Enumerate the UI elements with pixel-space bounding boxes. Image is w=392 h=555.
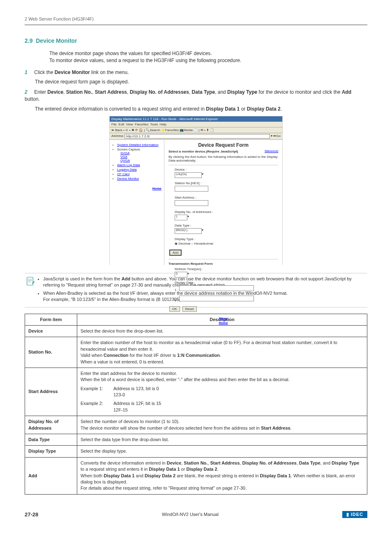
table-row-display-type: Display Type Select the display type.	[25, 446, 367, 457]
form-description-table: Form item Description Device Select the …	[25, 314, 367, 495]
menu-favorites[interactable]: Favorites	[135, 123, 148, 126]
dd2-label: 2 :	[175, 298, 178, 302]
add-description: By clicking the Add button, the followin…	[168, 155, 278, 162]
sidebar-home-link[interactable]: Home	[112, 187, 161, 190]
section-title: Device Monitor	[36, 37, 77, 44]
add-button[interactable]: Add	[169, 250, 182, 256]
dd1-label: 1 :	[175, 288, 178, 292]
sidebar-device-monitor[interactable]: Device Monitor	[117, 177, 139, 180]
row-station-desc: Enter the station number of the host to …	[77, 337, 367, 368]
display-type-decimal[interactable]: Decimal	[178, 242, 190, 245]
footer-title: WindO/I-NV2 User's Manual	[38, 512, 342, 517]
device-request-form-heading: Device Request Form	[168, 142, 278, 148]
sidebar-system-info[interactable]: System Detailed Information	[117, 143, 159, 147]
device-label: Device :	[175, 168, 278, 171]
display-data-1-input[interactable]	[179, 285, 254, 291]
step-2-number: 2	[25, 89, 33, 96]
breadcrumb: 2 Web Server Function (HG3F/4F)	[25, 16, 367, 21]
menurize-link[interactable]: [Menurize]	[265, 150, 278, 153]
main-content: Device Request Form [Menurize] Select a …	[164, 140, 282, 265]
device-select[interactable]: LHu(Ox)	[175, 172, 202, 178]
select-monitor-heading: Select a monitor device.(Require JavaScr…	[168, 150, 278, 153]
step-1: 1 Click the Device Monitor link on the m…	[25, 69, 367, 76]
page-number: 27-28	[25, 511, 38, 518]
step-1-text: Click the Device Monitor link on the men…	[34, 69, 129, 75]
footer-home-link[interactable]: Home	[169, 321, 277, 325]
menu-view[interactable]: View	[126, 123, 133, 126]
page-content: System Detailed Information Screen Captu…	[110, 140, 282, 265]
table-row-display-no: Display No. of Addresses Select the numb…	[25, 416, 367, 434]
note-icon	[25, 276, 37, 305]
step-2: 2 Enter Device, Station No., Start Addre…	[25, 89, 367, 103]
refresh-time-label: Refresh Time[sec] :	[175, 267, 278, 271]
step-2-text: Enter Device, Station No., Start Address…	[25, 89, 351, 102]
menu-help[interactable]: Help	[160, 123, 166, 126]
row-station-label: Station No.	[25, 337, 77, 368]
idec-logo: IDEC	[342, 511, 367, 518]
ok-button[interactable]: OK	[169, 306, 180, 312]
row-display-no-desc: Select the number of devices to monitor …	[77, 416, 367, 434]
address-label: Address	[111, 134, 123, 139]
browser-menubar: File Edit View Favorites Tools Help	[110, 122, 282, 127]
browser-screenshot: Display Maintenance 11.1 T 118 - Run Mod…	[109, 116, 283, 265]
row-device-label: Device	[25, 325, 77, 337]
menu-tools[interactable]: Tools	[150, 123, 158, 126]
row-data-type-desc: Select the data type from the drop-down …	[77, 434, 367, 446]
row-data-type-label: Data Type	[25, 434, 77, 446]
th-form-item: Form item	[25, 314, 77, 325]
row-start-address-label: Start Address	[25, 368, 77, 416]
menu-edit[interactable]: Edit	[118, 123, 124, 126]
media-button[interactable]: Media	[184, 128, 193, 132]
station-no-label: Station No.[HEX] :	[175, 181, 278, 185]
window-titlebar: Display Maintenance 11.1 T 118 - Run Mod…	[110, 116, 282, 122]
sidebar-screen-capture: Screen Capture	[117, 148, 140, 151]
sidebar-menu: System Detailed Information Screen Captu…	[110, 140, 164, 265]
step-1-sub: The device request form page is displaye…	[35, 79, 367, 85]
search-button[interactable]: Search	[150, 128, 160, 132]
sidebar-svga[interactable]: SVGA	[120, 151, 129, 155]
transmission-form-heading: Transmission Request Form	[168, 262, 278, 266]
table-row-device: Device Select the device from the drop-d…	[25, 325, 367, 337]
table-row-data-type: Data Type Select the data type from the …	[25, 434, 367, 446]
address-bar: Address http://10.1.7.2.0/ ▾ ➡Go	[110, 133, 282, 140]
favorites-button[interactable]: Favorites	[165, 128, 179, 132]
data-type-label: Data Type :	[175, 224, 278, 227]
browser-toolbar: ⬅ Back • ⊙ • ✖ ⟳ 🏠 | 🔍Search ⭐Favorites …	[110, 127, 282, 133]
footer-menu-link[interactable]: Menu	[169, 317, 277, 320]
row-display-no-label: Display No. of Addresses	[25, 416, 77, 434]
sidebar-alarm-log[interactable]: Alarm Log Data	[117, 163, 140, 167]
divider	[25, 25, 367, 25]
row-start-address-desc: Enter the start address for the device t…	[77, 368, 367, 416]
display-data-2-input[interactable]	[179, 296, 254, 301]
display-type-hexadecimal[interactable]: Hexadecimal	[194, 242, 213, 245]
row-display-type-label: Display Type	[25, 446, 77, 457]
row-device-desc: Select the device from the drop-down lis…	[77, 325, 367, 337]
refresh-time-select[interactable]: 0	[175, 272, 187, 278]
sidebar-qvga[interactable]: QVGA	[120, 159, 130, 162]
start-address-label: Start Address :	[175, 196, 278, 199]
sidebar-logging-data[interactable]: Logging Data	[117, 168, 137, 171]
data-type-select[interactable]: BIN16(+)	[175, 228, 202, 234]
display-no-label: Display No. of Addresses :	[175, 210, 278, 214]
sidebar-vga[interactable]: VGA	[120, 155, 127, 159]
table-row-add: Add Converts the device information ente…	[25, 457, 367, 494]
sidebar-cf-card[interactable]: CF Card	[117, 172, 129, 176]
step-1-number: 1	[25, 69, 33, 76]
go-button[interactable]: Go	[276, 134, 281, 139]
display-data-label: Display Data :	[175, 281, 278, 284]
row-add-desc: Converts the device information entered …	[77, 457, 367, 494]
menu-file[interactable]: File	[111, 123, 117, 126]
page-footer: 27-28 WindO/I-NV2 User's Manual IDEC	[25, 511, 367, 518]
row-add-label: Add	[25, 457, 77, 494]
station-no-input[interactable]	[175, 186, 208, 192]
back-button[interactable]: ⬅ Back	[111, 128, 122, 132]
svg-rect-0	[27, 277, 33, 285]
display-no-select[interactable]: 1	[175, 215, 187, 220]
step-2-sub: The entered device information is conver…	[35, 106, 367, 112]
reset-button[interactable]: Reset	[182, 306, 197, 312]
display-type-label: Display Type :	[175, 237, 278, 241]
address-input[interactable]: http://10.1.7.2.0/	[125, 134, 270, 139]
start-address-input[interactable]	[175, 200, 208, 206]
intro-text: The device monitor page shows the values…	[49, 50, 367, 64]
section-heading: 2.9 Device Monitor	[25, 37, 367, 44]
